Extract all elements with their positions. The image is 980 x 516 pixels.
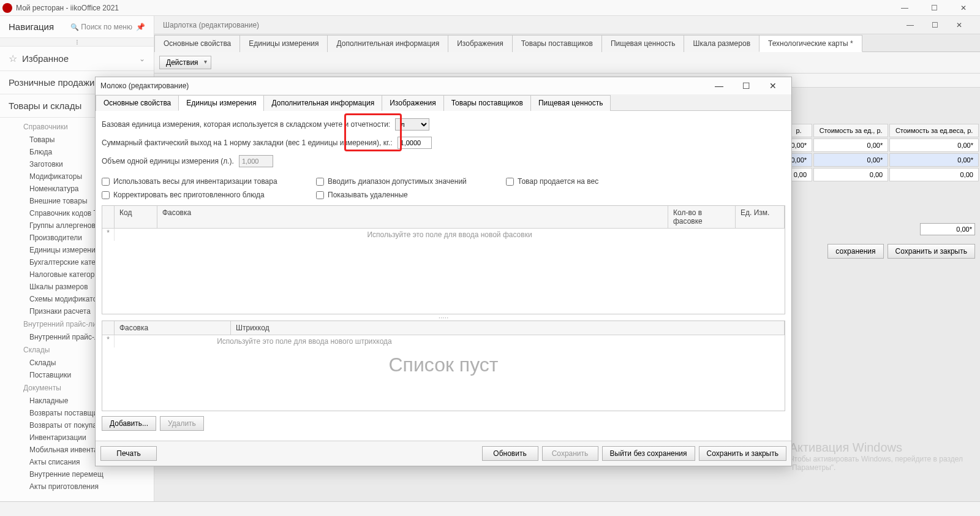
status-bar (0, 501, 980, 516)
col-packaging[interactable]: Фасовка (157, 206, 668, 228)
base-unit-label: Базовая единица измерения, которая испол… (102, 120, 390, 129)
pin-icon[interactable]: 📌 (136, 23, 145, 31)
tab[interactable]: Технологические карты * (759, 35, 862, 52)
packaging-new-row-placeholder[interactable]: Используйте это поле для ввода новой фас… (115, 229, 785, 241)
document-titlebar: Шарлотка (редактирование) — ☐ ✕ (154, 16, 980, 34)
tab[interactable]: Товары поставщиков (512, 35, 602, 52)
tree-item[interactable]: Внутренние перемещ (0, 468, 154, 480)
save-button[interactable]: Сохранить (542, 446, 598, 461)
star-icon: ☆ (9, 53, 17, 64)
cost-table: р.Стоимость за ед., р.Стоимость за ед.ве… (784, 123, 980, 183)
barcode-grid[interactable]: Фасовка Штрихкод * Используйте это поле … (102, 321, 785, 411)
bg-exit-button[interactable]: сохранения (827, 244, 883, 259)
tab[interactable]: Изображения (448, 35, 512, 52)
exit-no-save-button[interactable]: Выйти без сохранения (602, 446, 695, 461)
search-menu-link[interactable]: 🔍 Поиск по меню (70, 23, 132, 31)
print-button[interactable]: Печать (100, 446, 157, 461)
nav-title: Навигация (9, 21, 70, 32)
col-barcode[interactable]: Штрихкод (231, 321, 785, 335)
dialog-close-button[interactable]: ✕ (760, 78, 786, 94)
col-packaging2[interactable]: Фасовка (115, 321, 231, 335)
chevron-down-icon[interactable]: ⌄ (139, 55, 145, 63)
volume-input (239, 155, 273, 167)
empty-list-text: Список пуст (102, 347, 785, 376)
base-unit-select[interactable]: л (395, 118, 429, 131)
product-edit-dialog: Молоко (редактирование) — ☐ ✕ Основные с… (95, 77, 792, 466)
dialog-minimize-button[interactable]: — (706, 78, 733, 94)
dialog-tab[interactable]: Единицы измерения (178, 95, 264, 111)
document-tabs: Основные свойстваЕдиницы измеренияДополн… (154, 34, 980, 52)
tree-item[interactable]: Акты приготовления (0, 480, 154, 493)
window-close-button[interactable]: ✕ (949, 1, 978, 15)
dialog-tabs: Основные свойстваЕдиницы измеренияДополн… (96, 94, 791, 111)
save-close-button[interactable]: Сохранить и закрыть (699, 446, 786, 461)
add-button[interactable]: Добавить... (102, 416, 156, 431)
favorites-label: Избранное (22, 53, 139, 64)
dialog-maximize-button[interactable]: ☐ (733, 78, 760, 94)
refresh-button[interactable]: Обновить (482, 446, 538, 461)
volume-label: Объем одной единицы измерения (л.). (102, 157, 234, 165)
dialog-tab[interactable]: Пищевая ценность (530, 95, 611, 111)
document-title: Шарлотка (редактирование) (163, 21, 898, 29)
window-minimize-button[interactable]: — (891, 1, 919, 15)
show-deleted-checkbox[interactable] (316, 191, 324, 199)
windows-activation-watermark: Активация Windows Чтобы активировать Win… (790, 441, 963, 472)
tab[interactable]: Единицы измерения (239, 35, 328, 52)
bg-save-close-button[interactable]: Сохранить и закрыть (888, 244, 975, 259)
new-row-icon: * (102, 335, 115, 347)
total-field[interactable] (920, 223, 975, 235)
dialog-title: Молоко (редактирование) (100, 82, 706, 90)
col-unit[interactable]: Ед. Изм. (736, 206, 785, 228)
col-qty[interactable]: Кол-во в фасовке (668, 206, 736, 228)
dialog-tab[interactable]: Изображения (382, 95, 443, 111)
col-code[interactable]: Код (115, 206, 157, 228)
tab[interactable]: Шкала размеров (684, 35, 760, 52)
packaging-grid[interactable]: Код Фасовка Кол-во в фасовке Ед. Изм. * … (102, 205, 785, 314)
actions-dropdown[interactable]: Действия (159, 56, 211, 69)
tab[interactable]: Дополнительная информация (327, 35, 448, 52)
dialog-tab[interactable]: Основные свойства (96, 95, 179, 111)
delete-button[interactable]: Удалить (160, 416, 204, 431)
app-icon (2, 3, 12, 13)
input-range-checkbox[interactable] (316, 178, 324, 186)
use-scales-checkbox[interactable] (102, 178, 110, 186)
dialog-tab[interactable]: Дополнительная информация (263, 95, 382, 111)
barcode-new-row-placeholder[interactable]: Используйте это поле для ввода нового шт… (115, 335, 494, 347)
app-title: Мой ресторан - iikoOffice 2021 (16, 4, 891, 12)
weight-label: Суммарный фактический выход на 1 норму з… (102, 138, 393, 147)
window-maximize-button[interactable]: ☐ (920, 1, 948, 15)
new-row-icon: * (102, 229, 115, 241)
weight-input[interactable] (398, 137, 432, 149)
favorites-panel[interactable]: ☆ Избранное ⌄ (0, 47, 154, 71)
sold-by-weight-checkbox[interactable] (506, 178, 514, 186)
doc-maximize-button[interactable]: ☐ (922, 18, 947, 32)
doc-minimize-button[interactable]: — (898, 18, 922, 32)
correct-weight-checkbox[interactable] (102, 191, 110, 199)
tab[interactable]: Пищевая ценность (601, 35, 685, 52)
tab[interactable]: Основные свойства (154, 35, 240, 52)
doc-close-button[interactable]: ✕ (947, 18, 971, 32)
app-titlebar: Мой ресторан - iikoOffice 2021 — ☐ ✕ (0, 0, 980, 16)
grid-splitter[interactable]: ····· (102, 314, 785, 321)
dialog-tab[interactable]: Товары поставщиков (443, 95, 531, 111)
sidebar-collapse-handle[interactable]: ⁝ (0, 38, 154, 47)
